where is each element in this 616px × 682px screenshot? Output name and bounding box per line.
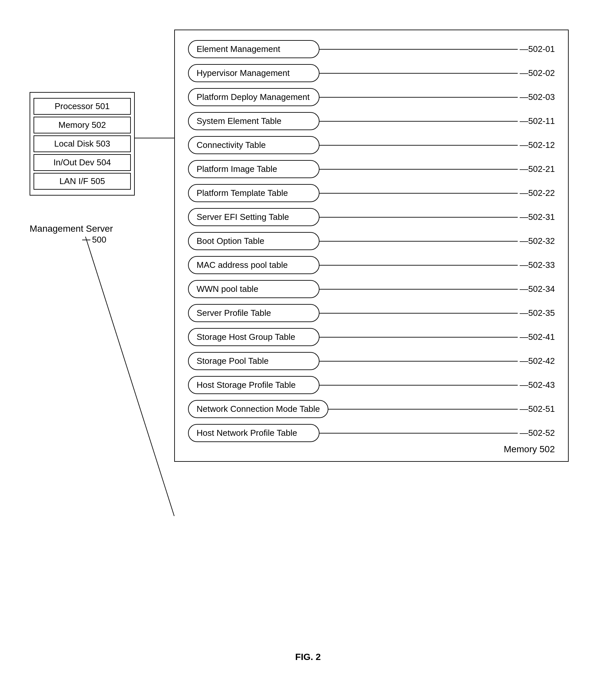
memory-item-row: MAC address pool table—502-33 [188,256,555,274]
memory-item-row: Host Storage Profile Table—502-43 [188,376,555,394]
memory-item-row: Platform Deploy Management—502-03 [188,88,555,106]
memory-item-row: Platform Template Table—502-22 [188,184,555,202]
memory-item-pill-item-502-42: Storage Pool Table [188,352,320,370]
memory-item-pill-item-502-21: Platform Image Table [188,160,320,178]
memory-item-code-item-502-51: —502-51 [520,404,555,414]
memory-item-row: Network Connection Mode Table—502-51 [188,400,555,418]
memory-item-row: WWN pool table—502-34 [188,280,555,298]
memory-item-connector-item-502-31 [320,217,518,218]
localdisk-component: Local Disk 503 [33,135,131,152]
svg-text:500: 500 [92,235,106,245]
memory-item-code-item-502-11: —502-11 [520,116,555,126]
memory-item-connector-item-502-51 [328,409,518,410]
memory-item-pill-item-502-01: Element Management [188,40,320,58]
memory-item-code-item-502-21: —502-21 [520,164,555,174]
memory-item-code-item-502-35: —502-35 [520,308,555,318]
memory-item-connector-item-502-02 [320,73,518,74]
memory-item-code-item-502-31: —502-31 [520,212,555,222]
server-box: Processor 501 Memory 502 Local Disk 503 … [29,92,135,196]
memory-item-connector-item-502-32 [320,241,518,242]
memory-item-row: Platform Image Table—502-21 [188,160,555,178]
memory-item-code-item-502-02: —502-02 [520,68,555,78]
memory-item-code-item-502-33: —502-33 [520,260,555,270]
memory-item-pill-item-502-33: MAC address pool table [188,256,320,274]
memory-item-connector-item-502-03 [320,97,518,98]
memory-item-row: Server Profile Table—502-35 [188,304,555,322]
memory-item-pill-item-502-43: Host Storage Profile Table [188,376,320,394]
memory-item-connector-item-502-22 [320,193,518,194]
memory-component: Memory 502 [33,117,131,133]
memory-item-code-item-502-43: —502-43 [520,380,555,390]
memory-item-connector-item-502-12 [320,145,518,145]
memory-item-connector-item-502-11 [320,121,518,121]
memory-item-row: Host Network Profile Table—502-52 [188,424,555,442]
memory-item-pill-item-502-12: Connectivity Table [188,136,320,154]
server-label: Management Server [29,224,113,234]
memory-item-code-item-502-12: —502-12 [520,140,555,150]
memory-item-connector-item-502-33 [320,265,518,266]
memory-item-row: Storage Pool Table—502-42 [188,352,555,370]
memory-item-pill-item-502-02: Hypervisor Management [188,64,320,82]
memory-item-connector-item-502-42 [320,361,518,362]
memory-item-code-item-502-22: —502-22 [520,188,555,198]
memory-box-label: Memory 502 [504,444,555,455]
lan-component: LAN I/F 505 [33,173,131,190]
memory-item-row: Connectivity Table—502-12 [188,136,555,154]
figure-caption: FIG. 2 [295,652,321,662]
memory-item-code-item-502-34: —502-34 [520,284,555,294]
inout-component: In/Out Dev 504 [33,154,131,171]
diagram-container: 500 Processor 501 Memory 502 Local Disk … [20,20,596,611]
memory-item-pill-item-502-35: Server Profile Table [188,304,320,322]
memory-item-row: Hypervisor Management—502-02 [188,64,555,82]
memory-item-connector-item-502-01 [320,49,518,50]
memory-item-connector-item-502-35 [320,313,518,314]
memory-item-code-item-502-01: —502-01 [520,44,555,54]
memory-box: Element Management—502-01Hypervisor Mana… [174,29,569,462]
memory-item-row: Boot Option Table—502-32 [188,232,555,250]
memory-item-pill-item-502-52: Host Network Profile Table [188,424,320,442]
memory-item-connector-item-502-21 [320,169,518,169]
memory-item-code-item-502-03: —502-03 [520,92,555,102]
memory-item-pill-item-502-34: WWN pool table [188,280,320,298]
memory-item-row: Storage Host Group Table—502-41 [188,328,555,346]
memory-item-connector-item-502-34 [320,289,518,290]
memory-item-connector-item-502-52 [320,433,518,433]
memory-item-row: System Element Table—502-11 [188,112,555,130]
memory-item-code-item-502-32: —502-32 [520,236,555,246]
memory-item-pill-item-502-32: Boot Option Table [188,232,320,250]
memory-item-code-item-502-52: —502-52 [520,428,555,438]
memory-item-connector-item-502-41 [320,337,518,338]
svg-line-1 [86,237,174,516]
memory-item-pill-item-502-31: Server EFI Setting Table [188,208,320,226]
memory-item-row: Element Management—502-01 [188,40,555,58]
memory-item-code-item-502-42: —502-42 [520,356,555,366]
memory-item-pill-item-502-03: Platform Deploy Management [188,88,320,106]
memory-item-pill-item-502-41: Storage Host Group Table [188,328,320,346]
memory-item-pill-item-502-22: Platform Template Table [188,184,320,202]
memory-item-row: Server EFI Setting Table—502-31 [188,208,555,226]
memory-item-pill-item-502-11: System Element Table [188,112,320,130]
memory-item-connector-item-502-43 [320,385,518,386]
memory-item-pill-item-502-51: Network Connection Mode Table [188,400,328,418]
memory-item-code-item-502-41: —502-41 [520,332,555,342]
processor-component: Processor 501 [33,98,131,115]
